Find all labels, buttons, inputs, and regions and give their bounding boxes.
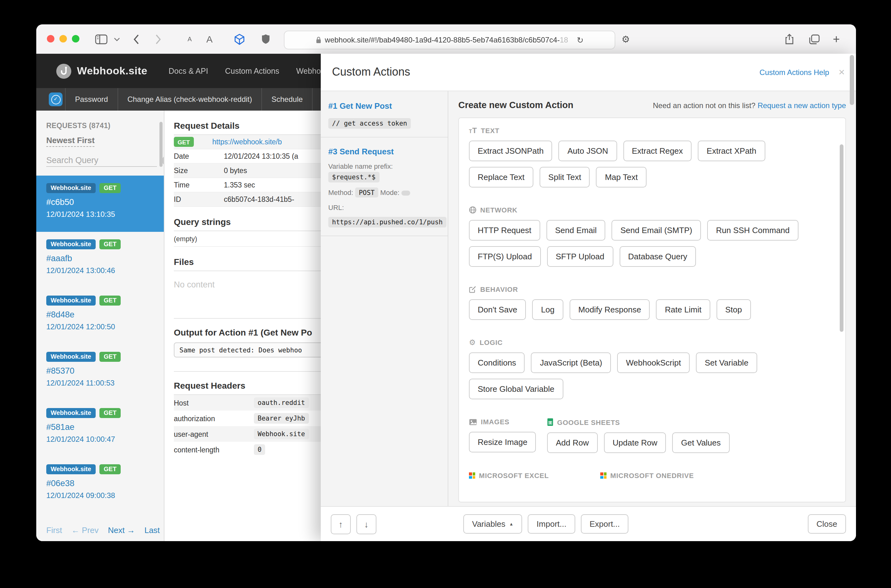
action-type-conditions[interactable]: Conditions — [469, 352, 525, 373]
request-id-link[interactable]: #aaafb — [46, 254, 154, 263]
address-bar[interactable]: webhook.site/#!/bab49480-1a9d-4120-88b5-… — [284, 31, 615, 50]
action-type-webhookscript[interactable]: WebhookScript — [617, 352, 690, 373]
action-type-extract-regex[interactable]: Extract Regex — [623, 141, 691, 161]
action-type-rate-limit[interactable]: Rate Limit — [656, 299, 710, 320]
request-id-link[interactable]: #581ae — [46, 422, 154, 432]
close-icon[interactable]: × — [838, 67, 845, 78]
action-type-sftp-upload[interactable]: SFTP Upload — [547, 246, 613, 267]
request-id-link[interactable]: #c6b50 — [46, 198, 154, 207]
subnav-item-password[interactable]: Password — [66, 95, 117, 104]
mode-toggle[interactable] — [401, 190, 410, 196]
close-window-button[interactable] — [47, 35, 54, 42]
forward-button[interactable] — [155, 24, 161, 54]
action-type-http-request[interactable]: HTTP Request — [469, 220, 540, 241]
back-button[interactable] — [133, 24, 140, 54]
method-badge: GET — [99, 352, 121, 362]
action-type-resize-image[interactable]: Resize Image — [469, 432, 536, 452]
row-value: 0 bytes — [224, 167, 322, 174]
pagination-first[interactable]: First — [46, 525, 62, 535]
action-type-database-query[interactable]: Database Query — [619, 246, 696, 267]
minimize-window-button[interactable] — [59, 35, 67, 42]
pagination-prev[interactable]: ← Prev — [72, 525, 99, 535]
request-action-type-link[interactable]: Request a new action type — [757, 101, 846, 110]
nav-link-docs-api[interactable]: Docs & API — [168, 66, 208, 75]
action-type-stop[interactable]: Stop — [717, 299, 751, 320]
subnav-item-change-alias-check-webhook-reddit[interactable]: Change Alias (check-webhook-reddit) — [118, 95, 261, 104]
action-3-prefix: Variable name prefix: $request.*$ — [328, 161, 440, 183]
subnav-item-schedule[interactable]: Schedule — [262, 95, 312, 104]
request-list-item[interactable]: Webhook.site GET #aaafb 12/01/2024 13:00… — [36, 232, 164, 288]
section-buttons: Don't SaveLogModify ResponseRate LimitSt… — [469, 299, 835, 320]
action-3-link[interactable]: #3 Send Request — [328, 147, 394, 156]
action-type-don-t-save[interactable]: Don't Save — [469, 299, 526, 320]
import-button[interactable]: Import... — [528, 514, 575, 534]
create-action-pane: Create new Custom Action Need an action … — [448, 91, 856, 506]
extension-cube-icon[interactable] — [234, 24, 245, 54]
action-type-send-email-smtp[interactable]: Send Email (SMTP) — [612, 220, 701, 241]
action-type-ftp-s-upload[interactable]: FTP(S) Upload — [469, 246, 541, 267]
action-type-extract-xpath[interactable]: Extract XPath — [698, 141, 765, 161]
request-timestamp: 12/01/2024 13:10:35 — [46, 210, 154, 219]
export-button[interactable]: Export... — [581, 514, 629, 534]
action-type-replace-text[interactable]: Replace Text — [469, 167, 533, 188]
header-name: authorization — [174, 415, 254, 422]
sort-dropdown[interactable]: Newest First — [46, 136, 95, 147]
request-list-item[interactable]: Webhook.site GET #581ae 12/01/2024 10:00… — [36, 400, 164, 457]
custom-actions-help-link[interactable]: Custom Actions Help — [759, 68, 829, 76]
action-type-send-email[interactable]: Send Email — [547, 220, 606, 241]
action-type-extract-jsonpath[interactable]: Extract JSONPath — [469, 141, 552, 161]
sidebar-scrollbar[interactable] — [159, 122, 162, 167]
pagination-next[interactable]: Next → — [108, 525, 135, 535]
action-type-split-text[interactable]: Split Text — [539, 167, 590, 188]
action-type-set-variable[interactable]: Set Variable — [696, 352, 757, 373]
action-type-update-row[interactable]: Update Row — [604, 432, 666, 453]
action-type-auto-json[interactable]: Auto JSON — [559, 141, 617, 161]
decrease-text-size-button[interactable]: A — [188, 24, 192, 54]
source-badge: Webhook.site — [46, 464, 96, 474]
action-type-map-text[interactable]: Map Text — [596, 167, 646, 188]
request-url-link[interactable]: https://webhook.site/b — [212, 138, 322, 146]
request-list-item[interactable]: Webhook.site GET #06e38 12/01/2024 09:00… — [36, 457, 164, 513]
close-button[interactable]: Close — [808, 514, 846, 534]
files-value: No content — [174, 280, 322, 290]
new-tab-button[interactable]: + — [833, 24, 840, 54]
share-icon[interactable] — [785, 24, 794, 54]
request-id-link[interactable]: #8d48e — [46, 310, 154, 319]
section-sheets: GOOGLE SHEETSAdd RowUpdate RowGet Values — [547, 418, 729, 453]
request-list-item[interactable]: Webhook.site GET #c6b50 12/01/2024 13:10… — [36, 176, 164, 232]
zoom-window-button[interactable] — [72, 35, 80, 42]
move-down-button[interactable]: ↓ — [356, 514, 376, 534]
action-type-javascript-beta[interactable]: JavaScript (Beta) — [531, 352, 611, 373]
variables-button[interactable]: Variables▲ — [463, 514, 522, 534]
move-up-button[interactable]: ↑ — [331, 514, 351, 534]
card-scrollbar[interactable] — [840, 144, 843, 332]
search-input[interactable] — [46, 154, 157, 167]
request-id-link[interactable]: #06e38 — [46, 478, 154, 488]
tab-overview-icon[interactable] — [809, 24, 820, 54]
action-type-modify-response[interactable]: Modify Response — [569, 299, 650, 320]
brand[interactable]: Webhook.site — [56, 63, 147, 78]
request-id-link[interactable]: #85370 — [46, 366, 154, 375]
settings-gear-icon[interactable]: ⚙ — [622, 24, 630, 54]
microsoft-icon — [600, 472, 607, 478]
action-type-log[interactable]: Log — [532, 299, 563, 320]
action-type-store-global-variable[interactable]: Store Global Variable — [469, 379, 563, 399]
action-type-get-values[interactable]: Get Values — [672, 432, 730, 453]
action-type-run-ssh-command[interactable]: Run SSH Command — [707, 220, 798, 241]
request-list-item[interactable]: Webhook.site GET #85370 12/01/2024 11:00… — [36, 344, 164, 400]
actions-list-column: #1 Get New Post // get access token #3 S… — [321, 91, 448, 506]
request-timestamp: 12/01/2024 10:00:47 — [46, 435, 154, 444]
section-network: NETWORKHTTP RequestSend EmailSend Email … — [469, 206, 835, 267]
page-scrollbar[interactable] — [850, 55, 854, 105]
chevron-down-icon[interactable] — [114, 24, 120, 54]
request-list-item[interactable]: Webhook.site GET #8d48e 12/01/2024 12:00… — [36, 288, 164, 344]
nav-link-custom-actions[interactable]: Custom Actions — [225, 66, 279, 75]
shield-icon[interactable] — [261, 24, 270, 54]
sidebar-toggle-icon[interactable] — [95, 24, 108, 54]
pagination-last[interactable]: Last — [144, 525, 160, 535]
increase-text-size-button[interactable]: A — [206, 24, 213, 54]
action-1-link[interactable]: #1 Get New Post — [328, 101, 392, 111]
reload-icon[interactable]: ↻ — [577, 35, 584, 45]
status-check-button[interactable]: ✓ — [49, 93, 63, 106]
action-type-add-row[interactable]: Add Row — [547, 432, 598, 453]
